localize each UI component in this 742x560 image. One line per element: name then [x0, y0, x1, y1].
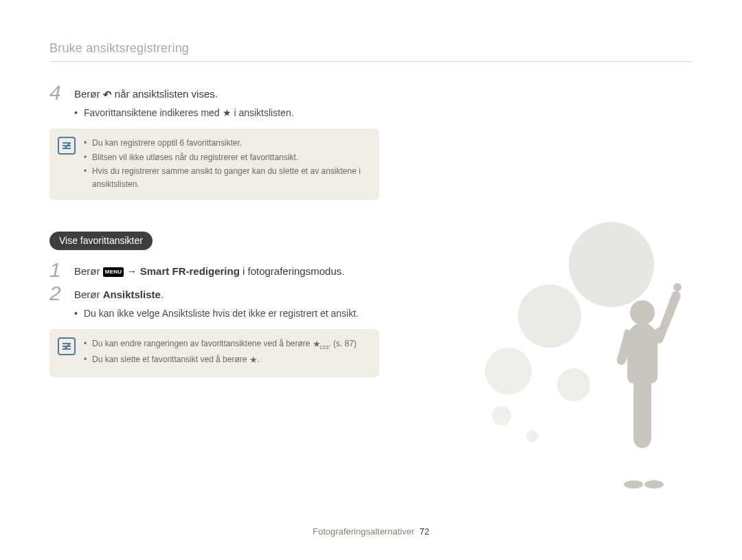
note-box-1: Du kan registrere opptil 6 favorittansik… [49, 128, 379, 200]
bold-text: Ansiktsliste [162, 308, 210, 319]
svg-point-8 [624, 480, 643, 489]
note-item: Du kan slette et favorittansikt ved å be… [84, 353, 370, 367]
text: . (s. 87) [328, 339, 357, 349]
back-icon: ↶ [103, 87, 112, 103]
text: i fotograferingsmodus. [240, 265, 345, 277]
text: . [161, 289, 164, 300]
step-text: Berør ↶ når ansiktslisten vises. [74, 82, 218, 102]
step-2: 2 Berør Ansiktsliste. [49, 283, 379, 304]
decorative-illustration [467, 210, 701, 498]
page-number: 72 [419, 526, 429, 537]
note-item: Blitsen vil ikke utløses når du registre… [84, 151, 370, 164]
note-icon [58, 337, 76, 355]
svg-point-2 [485, 348, 532, 394]
step-4: 4 Berør ↶ når ansiktslisten vises. [49, 82, 379, 103]
svg-point-0 [569, 222, 654, 307]
text: . [258, 355, 260, 365]
section-heading: Vise favorittansikter [49, 232, 153, 250]
svg-point-1 [518, 284, 581, 348]
text: Du kan slette et favorittansikt ved å be… [92, 355, 249, 365]
arrow-icon: → [124, 265, 139, 277]
step-text: Berør Ansiktsliste. [74, 283, 164, 303]
star-delete-icon: ★ [249, 355, 258, 365]
step-text: Berør MENU → Smart FR-redigering i fotog… [74, 260, 344, 280]
svg-point-9 [644, 480, 664, 489]
text: Du kan ikke velge [84, 308, 162, 319]
page-footer: Fotograferingsalternativer 72 [0, 526, 742, 537]
step-number: 2 [49, 283, 69, 304]
breadcrumb: Bruke ansiktsregistrering [49, 41, 693, 62]
text: Du kan endre rangeringen av favorittansi… [92, 339, 313, 349]
bold-text: Ansiktsliste [103, 289, 161, 300]
svg-point-5 [526, 430, 539, 443]
note-item: Hvis du registrerer samme ansikt to gang… [84, 165, 370, 190]
note-item: Du kan endre rangeringen av favorittansi… [84, 337, 370, 352]
note-box-2: Du kan endre rangeringen av favorittansi… [49, 329, 379, 377]
list-item: Favorittansiktene indikeres med ★ i ansi… [74, 106, 379, 120]
svg-point-7 [673, 283, 682, 291]
document-page: Bruke ansiktsregistrering 4 Berør ↶ når … [0, 0, 742, 560]
text: i ansiktslisten. [232, 107, 294, 118]
star-icon: ★ [223, 107, 232, 118]
footer-section: Fotograferingsalternativer [313, 526, 414, 537]
step-number: 1 [49, 260, 69, 280]
step-number: 4 [49, 82, 69, 103]
svg-point-3 [557, 368, 590, 401]
svg-point-6 [630, 300, 655, 325]
text: Berør [74, 265, 103, 277]
note-item: Du kan registrere opptil 6 favorittansik… [84, 137, 370, 150]
text: Berør [74, 88, 103, 100]
step-2-bullets: Du kan ikke velge Ansiktsliste hvis det … [74, 306, 379, 321]
bold-text: Smart FR-redigering [140, 265, 240, 277]
text: Favorittansiktene indikeres med [84, 107, 223, 118]
step-1: 1 Berør MENU → Smart FR-redigering i fot… [49, 260, 379, 280]
text: hvis det ikke er registrert et ansikt. [210, 308, 359, 319]
note-icon [58, 137, 76, 155]
step-4-bullets: Favorittansiktene indikeres med ★ i ansi… [74, 106, 379, 120]
svg-point-4 [492, 406, 511, 425]
text: når ansiktslisten vises. [112, 88, 218, 100]
list-item: Du kan ikke velge Ansiktsliste hvis det … [74, 306, 379, 321]
menu-icon: MENU [103, 267, 124, 277]
icon-subscript: 123 [319, 344, 328, 350]
content-column: 4 Berør ↶ når ansiktslisten vises. Favor… [49, 82, 379, 377]
text: Berør [74, 289, 103, 300]
